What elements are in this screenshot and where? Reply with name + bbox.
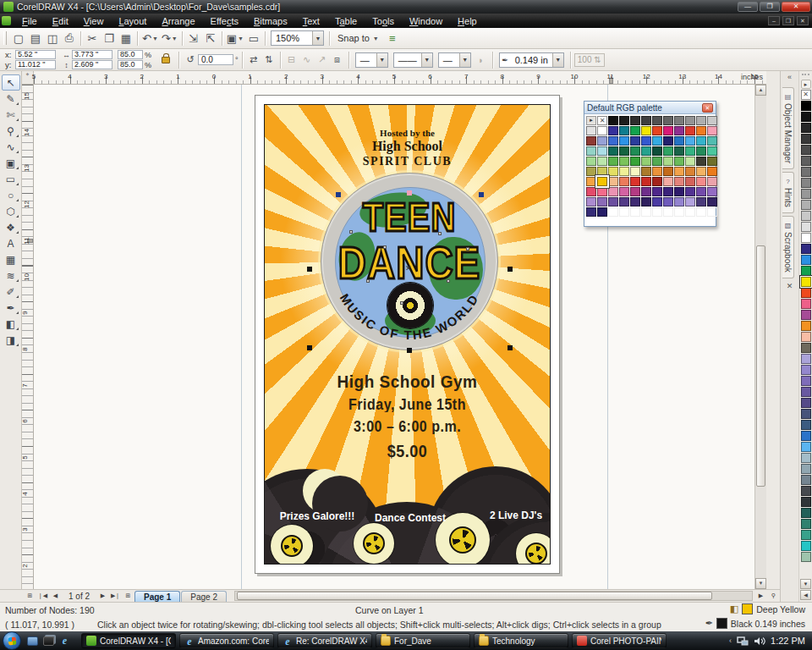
page-tab-page-1[interactable]: Page 1 xyxy=(134,591,180,603)
palette-grip[interactable] xyxy=(802,74,809,79)
docker-close-button[interactable]: ✕ xyxy=(783,282,797,294)
open-button[interactable]: ▤ xyxy=(27,30,44,47)
color-swatch[interactable] xyxy=(641,177,651,186)
color-swatch[interactable] xyxy=(597,126,607,135)
color-swatch[interactable] xyxy=(652,126,662,135)
smart-fill-tool[interactable]: ▣ xyxy=(2,155,20,171)
color-swatch[interactable] xyxy=(608,157,618,166)
color-swatch[interactable] xyxy=(801,475,811,485)
curve-smoothness-button[interactable]: ∿ xyxy=(299,52,315,68)
color-swatch[interactable] xyxy=(801,200,811,210)
color-swatch[interactable] xyxy=(685,116,695,125)
freehand-tool[interactable]: ∿ xyxy=(2,139,20,155)
color-swatch[interactable] xyxy=(801,310,811,320)
color-swatch[interactable] xyxy=(619,157,629,166)
curve-node[interactable] xyxy=(447,279,450,283)
color-swatch[interactable] xyxy=(685,167,695,176)
guideline-left[interactable] xyxy=(241,85,242,589)
color-swatch[interactable] xyxy=(641,126,651,135)
page-tab-page-2[interactable]: Page 2 xyxy=(181,591,227,603)
color-swatch[interactable] xyxy=(801,244,811,254)
chevron-down-icon[interactable]: ▼ xyxy=(312,31,323,45)
color-swatch[interactable] xyxy=(630,116,640,125)
color-swatch[interactable] xyxy=(696,116,706,125)
curve-node[interactable] xyxy=(349,230,353,234)
color-swatch[interactable] xyxy=(597,157,607,166)
menu-effects[interactable]: Effects xyxy=(203,14,246,28)
selection-node[interactable] xyxy=(479,192,484,197)
fill-tool[interactable]: ◧ xyxy=(2,316,20,332)
curve-node[interactable] xyxy=(383,245,387,249)
color-swatch[interactable] xyxy=(801,431,811,441)
color-swatch[interactable] xyxy=(652,136,662,146)
color-swatch[interactable] xyxy=(801,365,811,375)
color-swatch[interactable] xyxy=(652,187,662,196)
color-swatch[interactable] xyxy=(663,187,673,196)
color-swatch[interactable] xyxy=(674,146,684,156)
horizontal-ruler[interactable]: inches 543210123456789101112131415 xyxy=(34,71,766,85)
menu-view[interactable]: View xyxy=(76,14,112,28)
previous-page-button[interactable]: ◀ xyxy=(49,591,62,602)
color-swatch[interactable] xyxy=(630,136,640,146)
color-swatch[interactable] xyxy=(586,187,596,196)
default-rgb-palette-window[interactable]: Default RGB palette ✕ ►✕ xyxy=(584,101,716,227)
color-swatch[interactable] xyxy=(801,332,811,342)
color-swatch[interactable] xyxy=(608,126,618,135)
zoom-level-combo[interactable]: 150% ▼ xyxy=(271,30,324,46)
start-button[interactable] xyxy=(3,631,21,650)
toolbar-grip[interactable] xyxy=(3,31,7,45)
color-swatch[interactable] xyxy=(619,167,629,176)
menu-text[interactable]: Text xyxy=(295,14,327,28)
color-swatch[interactable] xyxy=(801,255,811,265)
internet-explorer-icon[interactable]: e xyxy=(58,635,71,647)
export-button[interactable]: ⇱ xyxy=(202,30,219,47)
add-page-button[interactable]: ⊞ xyxy=(122,591,134,602)
vertical-ruler[interactable]: 15141312111098765432 xyxy=(22,85,34,589)
lock-ratio-icon[interactable] xyxy=(162,57,170,63)
color-swatch[interactable] xyxy=(630,167,640,176)
reduce-nodes-button[interactable]: ⊟ xyxy=(284,52,299,68)
menu-edit[interactable]: Edit xyxy=(45,14,76,28)
curve-node[interactable] xyxy=(466,247,469,251)
color-swatch[interactable] xyxy=(663,167,673,176)
welcome-screen-button[interactable]: ▭ xyxy=(245,30,262,47)
close-curve-button[interactable]: ◗ xyxy=(474,52,489,68)
color-swatch[interactable] xyxy=(685,136,695,146)
document-restore-button[interactable]: ❐ xyxy=(782,16,794,25)
color-swatch[interactable] xyxy=(641,157,651,166)
globe-logo[interactable]: TEEN DANCE MUSIC OF THE WORLD xyxy=(321,173,498,350)
color-swatch[interactable] xyxy=(652,167,662,176)
color-swatch[interactable] xyxy=(696,136,706,146)
color-swatch[interactable] xyxy=(652,177,662,186)
color-swatch[interactable] xyxy=(663,197,673,207)
color-swatch[interactable] xyxy=(619,126,629,135)
object-height-field[interactable]: 2.609 " xyxy=(72,60,112,69)
scroll-up-button[interactable]: ▲ xyxy=(755,85,766,96)
color-swatch[interactable] xyxy=(597,136,607,146)
object-x-field[interactable]: 5.52 " xyxy=(15,50,56,59)
color-swatch[interactable] xyxy=(696,126,706,135)
color-swatch[interactable] xyxy=(597,197,607,207)
menu-layout[interactable]: Layout xyxy=(111,14,154,28)
selection-handle[interactable] xyxy=(407,348,412,353)
color-swatch[interactable] xyxy=(641,167,651,176)
color-swatch[interactable] xyxy=(696,146,706,156)
snap-to-dropdown[interactable]: Snap to▼ xyxy=(332,30,384,47)
color-swatch[interactable] xyxy=(685,177,695,186)
selection-handle[interactable] xyxy=(307,345,312,350)
scale-y-field[interactable]: 85.0 xyxy=(118,60,143,69)
menu-help[interactable]: Help xyxy=(450,14,485,28)
color-swatch[interactable] xyxy=(801,101,811,111)
color-swatch[interactable] xyxy=(608,167,618,176)
color-swatch[interactable] xyxy=(674,136,684,146)
color-swatch[interactable] xyxy=(685,197,695,207)
print-button[interactable]: ⎙ xyxy=(61,30,78,47)
mirror-vertical-button[interactable]: ⇅ xyxy=(261,52,277,68)
color-swatch[interactable] xyxy=(801,541,811,551)
start-arrowhead-combo[interactable]: —▼ xyxy=(355,52,388,68)
color-swatch[interactable] xyxy=(801,530,811,540)
window-switcher-icon[interactable] xyxy=(42,635,55,647)
color-swatch[interactable] xyxy=(801,112,811,122)
color-swatch[interactable] xyxy=(801,134,811,144)
docker-collapse-button[interactable]: « xyxy=(782,73,798,85)
